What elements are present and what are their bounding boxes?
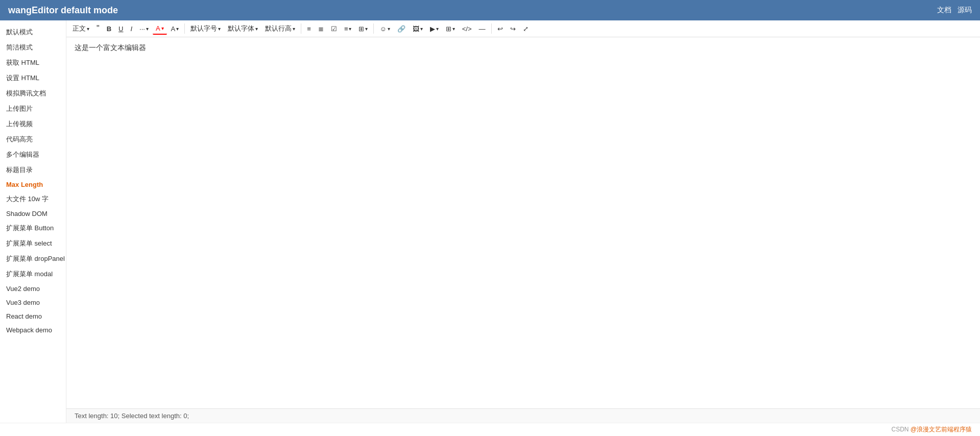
status-bar: Text length: 10; Selected text length: 0…	[66, 408, 980, 423]
sidebar-item-15[interactable]: 扩展菜单 dropPanel	[0, 251, 66, 267]
redo-btn[interactable]: ↪	[507, 23, 519, 34]
sidebar-item-14[interactable]: 扩展菜单 select	[0, 236, 66, 251]
header-links: 文档 源码	[937, 6, 972, 15]
quote-btn[interactable]: "	[93, 22, 103, 35]
unordered-list-btn[interactable]: ≡	[304, 23, 314, 34]
align-btn[interactable]: ≡	[341, 23, 355, 34]
font-size-select[interactable]: 默认字号	[187, 22, 224, 35]
sidebar-item-1[interactable]: 简洁模式	[0, 40, 66, 55]
header: wangEditor default mode 文档 源码	[0, 0, 980, 20]
footer: CSDN @浪漫文艺前端程序猿	[0, 423, 980, 436]
sidebar-item-18[interactable]: Vue3 demo	[0, 296, 66, 309]
editor-area: 正文 " B U I ··· A A 默认字号 默认字体 默认行高 ≡ ≣ ☑ …	[66, 20, 980, 423]
more-format-btn[interactable]: ···	[136, 23, 152, 34]
todo-list-btn[interactable]: ☑	[328, 23, 340, 34]
divider-4	[491, 23, 492, 34]
sidebar-item-11[interactable]: 大文件 10w 字	[0, 191, 66, 207]
image-btn[interactable]: 🖼	[410, 23, 426, 34]
ordered-list-btn[interactable]: ≣	[315, 23, 327, 34]
undo-btn[interactable]: ↩	[494, 23, 506, 34]
sidebar-item-9[interactable]: 标题目录	[0, 162, 66, 178]
sidebar-item-4[interactable]: 模拟腾讯文档	[0, 86, 66, 101]
font-family-select[interactable]: 默认字体	[225, 22, 261, 35]
toolbar: 正文 " B U I ··· A A 默认字号 默认字体 默认行高 ≡ ≣ ☑ …	[66, 20, 980, 37]
sidebar-item-13[interactable]: 扩展菜单 Button	[0, 221, 66, 236]
emoji-btn[interactable]: ☺	[376, 23, 393, 34]
indent-btn[interactable]: ⊞	[355, 23, 371, 34]
sidebar-item-20[interactable]: Webpack demo	[0, 323, 66, 337]
video-btn[interactable]: ▶	[427, 23, 442, 34]
sidebar-item-5[interactable]: 上传图片	[0, 101, 66, 116]
footer-text: CSDN @浪漫文艺前端程序猿	[891, 426, 972, 433]
sidebar-item-19[interactable]: React demo	[0, 309, 66, 323]
sidebar-item-0[interactable]: 默认模式	[0, 25, 66, 40]
editor-text: 这是一个富文本编辑器	[75, 43, 972, 53]
underline-btn[interactable]: U	[115, 23, 126, 34]
line-height-select[interactable]: 默认行高	[262, 22, 298, 35]
editor-content[interactable]: 这是一个富文本编辑器	[66, 37, 980, 408]
fullscreen-btn[interactable]: ⤢	[520, 23, 532, 34]
sidebar: 默认模式简洁模式获取 HTML设置 HTML模拟腾讯文档上传图片上传视频代码高亮…	[0, 20, 66, 423]
sidebar-item-7[interactable]: 代码高亮	[0, 132, 66, 147]
app-title: wangEditor default mode	[8, 5, 118, 16]
font-color-btn[interactable]: A	[153, 23, 167, 35]
table-btn[interactable]: ⊞	[443, 23, 458, 34]
sidebar-item-8[interactable]: 多个编辑器	[0, 147, 66, 162]
sidebar-item-17[interactable]: Vue2 demo	[0, 282, 66, 296]
main-layout: 默认模式简洁模式获取 HTML设置 HTML模拟腾讯文档上传图片上传视频代码高亮…	[0, 20, 980, 423]
italic-btn[interactable]: I	[127, 23, 135, 34]
bold-btn[interactable]: B	[104, 23, 114, 34]
source-link[interactable]: 源码	[958, 6, 972, 15]
sidebar-item-2[interactable]: 获取 HTML	[0, 55, 66, 70]
sidebar-item-16[interactable]: 扩展菜单 modal	[0, 267, 66, 282]
bg-color-btn[interactable]: A	[168, 23, 182, 34]
link-btn[interactable]: 🔗	[394, 23, 409, 34]
sidebar-item-6[interactable]: 上传视频	[0, 116, 66, 132]
divider-2	[301, 23, 301, 34]
code-btn[interactable]: </>	[459, 23, 475, 34]
status-text: Text length: 10; Selected text length: 0…	[75, 412, 189, 420]
sidebar-item-12[interactable]: Shadow DOM	[0, 207, 66, 221]
footer-link[interactable]: @浪漫文艺前端程序猿	[911, 426, 972, 433]
docs-link[interactable]: 文档	[937, 6, 951, 15]
divider-3	[373, 23, 374, 34]
divider-line-btn[interactable]: —	[476, 23, 489, 34]
format-select[interactable]: 正文	[69, 22, 92, 35]
sidebar-item-10[interactable]: Max Length	[0, 178, 66, 191]
sidebar-item-3[interactable]: 设置 HTML	[0, 70, 66, 86]
divider-1	[184, 23, 185, 34]
